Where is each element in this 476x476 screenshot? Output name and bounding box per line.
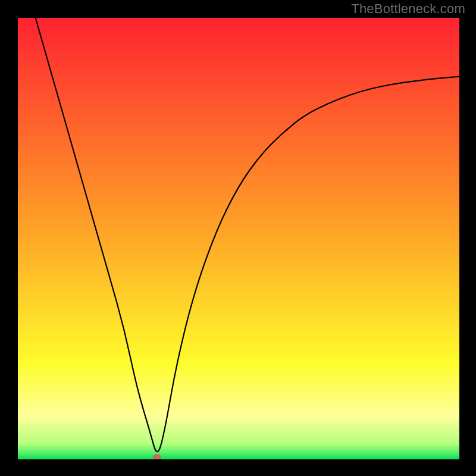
- bottleneck-curve: [36, 18, 459, 452]
- chart-frame: TheBottleneck.com: [0, 0, 476, 476]
- plot-area: [18, 18, 459, 459]
- minimum-marker: [153, 454, 161, 459]
- watermark-label: TheBottleneck.com: [351, 1, 465, 17]
- curve-svg: [18, 18, 459, 459]
